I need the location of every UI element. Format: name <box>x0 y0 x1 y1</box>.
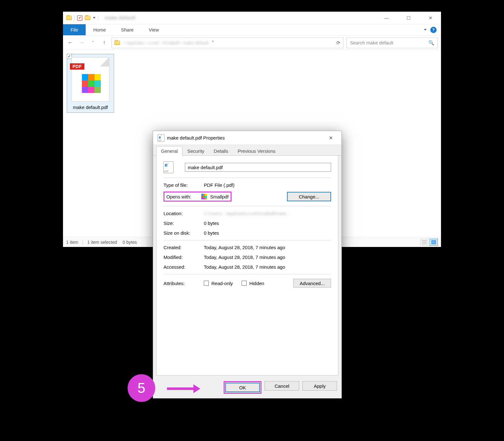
smallpdf-logo-icon <box>201 194 207 199</box>
type-of-file-value: PDF File (.pdf) <box>204 182 235 188</box>
size-on-disk-value: 0 bytes <box>204 230 219 236</box>
attributes-label: Attributes: <box>163 281 198 286</box>
hidden-checkbox[interactable] <box>242 281 247 286</box>
search-placeholder: Search make default <box>350 40 393 45</box>
modified-label: Modified: <box>163 255 198 260</box>
dialog-title: make default.pdf Properties <box>167 135 225 140</box>
readonly-label: Read-only <box>211 281 233 286</box>
item-count: 1 item <box>66 240 78 245</box>
dropdown-icon[interactable]: ˅ <box>212 40 214 46</box>
apply-button[interactable]: Apply <box>302 381 337 391</box>
search-input[interactable]: Search make default 🔍 <box>346 37 438 48</box>
tab-general[interactable]: General <box>156 146 182 156</box>
arrow-icon <box>167 384 200 393</box>
advanced-button[interactable]: Advanced... <box>293 279 331 288</box>
tile-checkbox[interactable]: ✓ <box>67 54 72 59</box>
tab-details[interactable]: Details <box>209 146 233 156</box>
window-title: make default <box>105 15 135 21</box>
size-on-disk-label: Size on disk: <box>163 230 198 236</box>
edge-pdf-icon: e›pdf <box>158 134 164 142</box>
size-value: 0 bytes <box>204 220 219 226</box>
separator <box>74 15 75 21</box>
file-thumbnail: PDF <box>72 57 109 101</box>
maximize-button[interactable]: ☐ <box>401 13 416 23</box>
separator <box>98 15 98 21</box>
size-label: Size: <box>163 220 198 226</box>
readonly-checkbox[interactable] <box>204 281 209 286</box>
refresh-icon[interactable]: ⟳ <box>336 40 341 46</box>
minimize-button[interactable]: — <box>379 13 394 23</box>
ok-highlight: OK <box>224 381 261 394</box>
ok-button[interactable]: OK <box>225 383 260 392</box>
opens-with-highlight: Opens with: Smallpdf <box>163 192 232 202</box>
created-value: Today, August 28, 2018, 7 minutes ago <box>204 245 285 250</box>
properties-qat-icon[interactable]: ✓ <box>77 15 82 20</box>
details-view-button[interactable] <box>420 239 428 246</box>
general-panel: e›pdf make default.pdf Type of file: PDF… <box>156 156 338 375</box>
folder-icon <box>85 16 90 20</box>
created-label: Created: <box>163 245 198 250</box>
tab-view[interactable]: View <box>141 24 166 35</box>
hidden-label: Hidden <box>249 281 264 286</box>
window-titlebar: ✓ make default — ☐ ✕ <box>63 12 441 24</box>
dialog-buttons: OK Cancel Apply <box>224 381 337 394</box>
accessed-value: Today, August 28, 2018, 7 minutes ago <box>204 264 285 270</box>
thumbnails-view-button[interactable] <box>430 239 438 246</box>
edge-pdf-icon: e›pdf <box>163 161 174 173</box>
help-icon[interactable]: ? <box>430 27 437 33</box>
modified-value: Today, August 28, 2018, 7 minutes ago <box>204 255 285 260</box>
path-text: « AppData › Local › Smallpdf › make defa… <box>123 40 209 45</box>
location-label: Location: <box>163 211 198 216</box>
type-of-file-label: Type of file: <box>163 182 198 188</box>
change-button[interactable]: Change... <box>287 192 331 201</box>
properties-dialog: e›pdf make default.pdf Properties ✕ Gene… <box>153 131 342 398</box>
close-button[interactable]: ✕ <box>423 13 438 23</box>
address-bar[interactable]: « AppData › Local › Smallpdf › make defa… <box>112 37 343 48</box>
location-value: C:\Users\...\AppData\Local\Smallpdf\make… <box>204 211 331 216</box>
tab-security[interactable]: Security <box>182 146 209 156</box>
dialog-close-button[interactable]: ✕ <box>324 133 337 143</box>
tab-previous-versions[interactable]: Previous Versions <box>233 146 280 156</box>
tab-share[interactable]: Share <box>113 24 141 35</box>
pdf-badge: PDF <box>70 63 84 70</box>
navigation-bar: ← → ˅ ↑ « AppData › Local › Smallpdf › m… <box>63 36 441 50</box>
folder-icon <box>114 41 120 45</box>
chevron-down-icon[interactable] <box>93 17 95 19</box>
back-button[interactable]: ← <box>66 39 74 47</box>
selected-count: 1 item selected <box>87 240 117 245</box>
ribbon-collapse-icon[interactable] <box>424 29 427 31</box>
selected-size: 0 bytes <box>123 240 137 245</box>
ribbon-tabs: File Home Share View ? <box>63 24 441 36</box>
smallpdf-logo-icon <box>82 74 101 93</box>
forward-button[interactable]: → <box>77 39 86 47</box>
dialog-titlebar: e›pdf make default.pdf Properties ✕ <box>153 131 341 145</box>
filename-input[interactable]: make default.pdf <box>185 163 331 172</box>
folder-icon <box>66 16 72 20</box>
tab-file[interactable]: File <box>63 24 86 35</box>
recent-locations-button[interactable]: ˅ <box>89 39 97 47</box>
tab-home[interactable]: Home <box>86 24 113 35</box>
file-name: make default.pdf <box>68 103 112 111</box>
step-badge: 5 <box>128 374 155 402</box>
accessed-label: Accessed: <box>163 264 198 270</box>
dialog-tabs: General Security Details Previous Versio… <box>153 145 341 156</box>
cancel-button[interactable]: Cancel <box>265 381 299 391</box>
search-icon: 🔍 <box>428 40 434 46</box>
file-tile[interactable]: PDF make default.pdf <box>67 54 114 113</box>
opens-with-value: Smallpdf <box>210 194 228 199</box>
up-button[interactable]: ↑ <box>100 39 108 47</box>
opens-with-label: Opens with: <box>166 194 191 199</box>
svg-rect-3 <box>432 240 436 244</box>
